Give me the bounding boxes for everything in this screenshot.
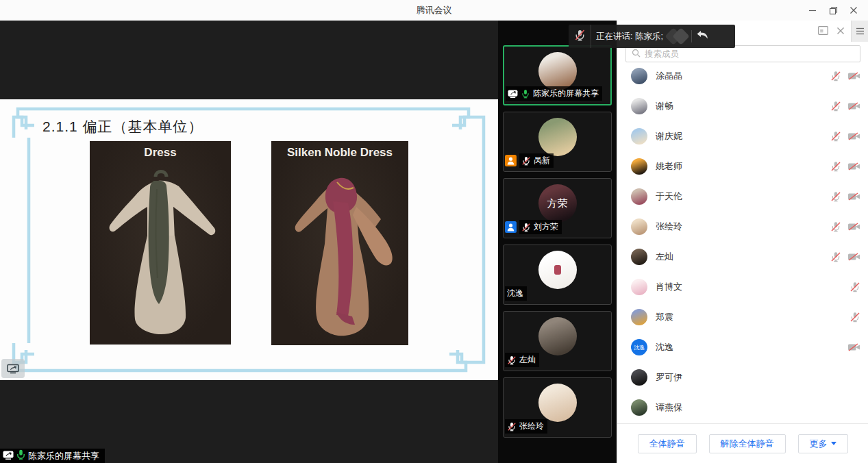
mic-muted-icon <box>850 281 860 292</box>
tile-participant-name: 刘方荣 <box>534 221 558 233</box>
avatar <box>631 249 647 265</box>
member-name: 姚老师 <box>656 160 830 173</box>
member-search-input[interactable] <box>645 49 854 59</box>
mic-muted-icon <box>850 312 860 323</box>
member-row[interactable]: 谢庆妮 <box>617 121 868 151</box>
mute-all-button[interactable]: 全体静音 <box>638 434 697 453</box>
dress-image-noble: Silken Noble Dress <box>271 141 408 345</box>
member-row[interactable]: 沈逸沈逸 <box>617 332 868 362</box>
close-panel-icon[interactable] <box>836 25 845 38</box>
restore-view-icon[interactable] <box>696 30 708 42</box>
restore-button[interactable] <box>823 0 843 21</box>
camera-muted-icon <box>847 132 860 141</box>
member-row[interactable]: 姚老师 <box>617 151 868 182</box>
mic-muted-icon <box>521 223 531 232</box>
dress-illustration <box>90 141 231 345</box>
tile-name-chip: 张绘玲 <box>505 419 547 434</box>
member-row[interactable]: 谢畅 <box>617 91 868 121</box>
annotation-icon <box>7 364 19 374</box>
mic-muted-icon <box>507 422 517 431</box>
member-row[interactable]: 谭燕保 <box>617 392 868 423</box>
tile-label-bar: 刘方荣 <box>505 220 562 234</box>
avatar <box>631 128 647 145</box>
unmute-all-button[interactable]: 解除全体静音 <box>709 434 786 453</box>
chevron-down-icon <box>831 442 836 445</box>
member-name: 张绘玲 <box>656 221 830 233</box>
minimize-button[interactable] <box>802 0 823 21</box>
video-tile[interactable]: 呙新 <box>503 112 612 172</box>
titlebar: 腾讯会议 <box>0 0 868 21</box>
avatar <box>631 218 647 235</box>
member-name: 肖博文 <box>656 281 850 293</box>
more-button[interactable]: 更多 <box>798 434 848 453</box>
tile-participant-name: 左灿 <box>519 354 536 366</box>
presentation-slide: 2.1.1 偏正（基本单位） Dress Silken Noble Dress <box>0 99 498 380</box>
member-device-states <box>850 312 860 323</box>
video-tile[interactable]: 左灿 <box>503 311 612 371</box>
host-badge <box>505 155 517 166</box>
video-tile[interactable]: 陈家乐的屏幕共享 <box>503 45 612 105</box>
tile-participant-name: 张绘玲 <box>519 421 544 432</box>
mic-muted-icon <box>830 221 841 232</box>
member-device-states <box>847 342 860 352</box>
member-list[interactable]: 涂晶晶谢畅谢庆妮姚老师于天伦张绘玲左灿肖博文郑震沈逸沈逸罗可伊谭燕保 <box>617 64 868 423</box>
avatar <box>538 317 577 355</box>
mic-muted-icon <box>507 422 517 431</box>
shared-screen: 2.1.1 偏正（基本单位） Dress Silken Noble Dress <box>0 21 498 463</box>
screen-share-icon <box>508 90 518 98</box>
host-badge-icon <box>505 155 517 166</box>
camera-muted-icon <box>847 342 860 352</box>
tile-label-bar: 呙新 <box>505 153 554 168</box>
mic-muted-icon <box>830 131 841 142</box>
member-row[interactable]: 罗可伊 <box>617 362 868 392</box>
mic-muted-icon <box>507 355 517 365</box>
member-row[interactable]: 肖博文 <box>617 272 868 302</box>
close-button[interactable] <box>843 0 864 21</box>
window-controls <box>802 0 864 21</box>
avatar <box>631 309 647 325</box>
mic-muted-icon <box>830 161 841 172</box>
camera-muted-icon <box>847 252 860 262</box>
camera-muted-icon <box>847 101 860 111</box>
member-row[interactable]: 左灿 <box>617 242 868 272</box>
toolbar-mic-muted-icon[interactable] <box>574 29 586 44</box>
avatar <box>631 188 647 205</box>
mic-muted-icon <box>830 71 841 82</box>
cohost-badge-icon <box>505 221 517 233</box>
mic-muted-icon <box>830 251 841 262</box>
member-device-states <box>850 281 860 292</box>
tile-participant-name: 陈家乐的屏幕共享 <box>533 88 599 99</box>
avatar <box>631 369 647 386</box>
member-name: 罗可伊 <box>656 371 860 384</box>
video-tile[interactable]: 方荣刘方荣 <box>503 178 612 238</box>
camera-muted-icon <box>847 162 860 171</box>
popout-panel-icon[interactable] <box>818 25 828 38</box>
speaking-text: 正在讲话: 陈家乐; <box>596 31 663 42</box>
share-label-text: 陈家乐的屏幕共享 <box>28 450 99 462</box>
member-device-states <box>830 251 860 262</box>
member-name: 于天伦 <box>656 190 830 203</box>
camera-muted-icon <box>847 222 860 232</box>
panel-menu-button[interactable] <box>851 21 868 42</box>
video-tile[interactable]: 沈逸 <box>503 245 612 305</box>
annotation-tool-button[interactable] <box>1 359 25 378</box>
member-name: 谭燕保 <box>656 401 860 414</box>
member-row[interactable]: 张绘玲 <box>617 212 868 242</box>
speaking-toolbar: 正在讲话: 陈家乐; <box>569 25 735 48</box>
tile-name-chip: 左灿 <box>505 353 539 367</box>
mic-muted-icon <box>850 281 860 292</box>
tile-name-chip: 陈家乐的屏幕共享 <box>506 86 602 101</box>
video-tile[interactable]: 张绘玲 <box>503 377 612 438</box>
member-row[interactable]: 郑震 <box>617 302 868 332</box>
mic-muted-icon <box>830 131 841 142</box>
meeting-window: 腾讯会议 <box>0 0 868 463</box>
mic-muted-icon <box>507 355 517 365</box>
camera-muted-icon <box>847 252 860 262</box>
window-title: 腾讯会议 <box>0 0 868 21</box>
member-row[interactable]: 于天伦 <box>617 182 868 212</box>
mic-muted-icon <box>521 156 531 166</box>
member-row[interactable]: 涂晶晶 <box>617 64 868 91</box>
camera-muted-icon <box>847 222 860 232</box>
avatar <box>538 384 577 422</box>
tile-name-chip: 呙新 <box>519 153 554 168</box>
